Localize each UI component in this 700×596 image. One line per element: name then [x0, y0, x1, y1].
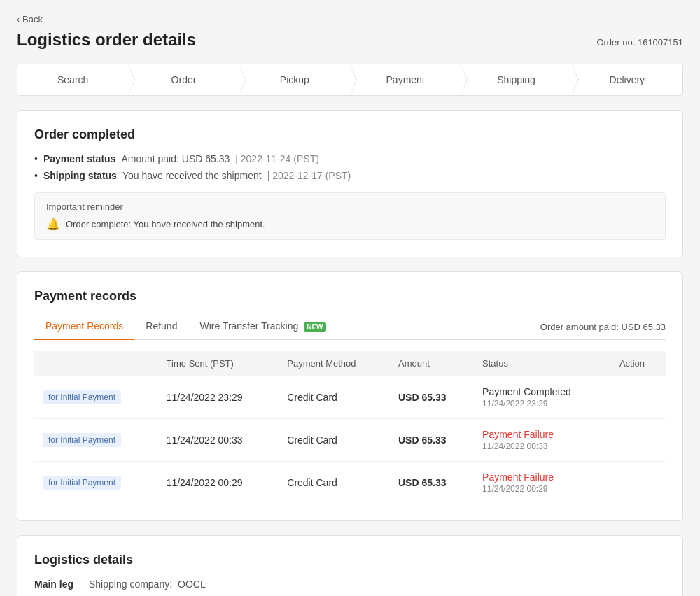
- back-label: Back: [22, 14, 43, 24]
- new-badge: NEW: [304, 322, 326, 332]
- order-amount-paid: Order amount paid: USD 65.33: [540, 322, 666, 332]
- cell-time-0: 11/24/2022 23:29: [158, 376, 279, 419]
- main-leg-shipping-label: Shipping company:: [89, 579, 172, 590]
- shipping-status-value: You have received the shipment: [122, 170, 262, 181]
- tab-refund[interactable]: Refund: [134, 315, 188, 340]
- col-action: Action: [611, 351, 666, 376]
- cell-time-1: 11/24/2022 00:33: [158, 419, 279, 462]
- cell-method-0: Credit Card: [279, 376, 390, 419]
- step-delivery[interactable]: Delivery: [572, 64, 682, 95]
- payment-records-title: Payment records: [34, 289, 666, 304]
- col-tag: [34, 351, 158, 376]
- payment-status-date: | 2022-11-24 (PST): [235, 153, 319, 164]
- reminder-content: 🔔 Order complete: You have received the …: [46, 218, 654, 231]
- cell-method-2: Credit Card: [279, 462, 390, 504]
- status-list: Payment status Amount paid: USD 65.33 | …: [34, 153, 666, 181]
- step-order[interactable]: Order: [128, 64, 239, 95]
- main-leg-label: Main leg: [34, 579, 83, 590]
- tabs-row: Payment Records Refund Wire Transfer Tra…: [34, 315, 666, 340]
- cell-status-2: Payment Failure 11/24/2022 00:29: [474, 462, 611, 504]
- tab-wire-transfer[interactable]: Wire Transfer Tracking NEW: [188, 315, 337, 340]
- page-title: Logistics order details: [17, 30, 196, 50]
- cell-action-0: [611, 376, 666, 419]
- page-wrapper: ‹ Back Logistics order details Order no.…: [0, 0, 700, 596]
- reminder-title: Important reminder: [46, 201, 654, 212]
- status-label-0: Payment Completed: [482, 386, 603, 397]
- payment-tag-1: for Initial Payment: [43, 433, 121, 447]
- payment-table: Time Sent (PST) Payment Method Amount St…: [34, 351, 666, 504]
- step-shipping[interactable]: Shipping: [461, 64, 571, 95]
- status-label-1: Payment Failure: [482, 429, 603, 440]
- cell-amount-2: USD 65.33: [390, 462, 474, 504]
- step-pickup[interactable]: Pickup: [239, 64, 350, 95]
- payment-records-card: Payment records Payment Records Refund W…: [17, 271, 683, 521]
- steps-bar: Search Order Pickup Payment Shipping Del…: [17, 64, 683, 96]
- cell-action-1: [611, 419, 666, 462]
- status-date-1: 11/24/2022 00:33: [482, 441, 603, 451]
- table-row: for Initial Payment 11/24/2022 23:29 Cre…: [34, 376, 666, 419]
- status-date-2: 11/24/2022 00:29: [482, 484, 603, 494]
- reminder-box: Important reminder 🔔 Order complete: You…: [34, 192, 666, 240]
- col-status: Status: [474, 351, 611, 376]
- payment-status-value: Amount paid: USD 65.33: [121, 153, 230, 164]
- shipping-status-label: Shipping status: [43, 170, 117, 181]
- tab-payment-records[interactable]: Payment Records: [34, 315, 134, 340]
- cell-action-2: [611, 462, 666, 504]
- col-time: Time Sent (PST): [158, 351, 279, 376]
- payment-tag-2: for Initial Payment: [43, 476, 121, 490]
- cell-status-1: Payment Failure 11/24/2022 00:33: [474, 419, 611, 462]
- order-number: Order no. 161007151: [596, 37, 683, 48]
- cell-tag-1: for Initial Payment: [34, 419, 158, 462]
- back-arrow-icon: ‹: [17, 15, 20, 24]
- payment-status-item: Payment status Amount paid: USD 65.33 | …: [34, 153, 666, 164]
- reminder-bell-icon: 🔔: [46, 218, 60, 231]
- shipping-status-item: Shipping status You have received the sh…: [34, 170, 666, 181]
- cell-amount-1: USD 65.33: [390, 419, 474, 462]
- main-leg-row: Main leg Shipping company: OOCL: [34, 579, 666, 590]
- cell-amount-0: USD 65.33: [390, 376, 474, 419]
- main-leg-shipping-value: OOCL: [178, 579, 206, 590]
- logistics-details-title: Logistics details: [34, 553, 666, 567]
- back-button[interactable]: ‹ Back: [17, 14, 683, 24]
- reminder-message: Order complete: You have received the sh…: [66, 219, 265, 229]
- payment-tag-0: for Initial Payment: [43, 390, 121, 404]
- cell-tag-2: for Initial Payment: [34, 462, 158, 504]
- cell-status-0: Payment Completed 11/24/2022 23:29: [474, 376, 611, 419]
- step-search[interactable]: Search: [18, 64, 128, 95]
- order-completed-title: Order completed: [34, 127, 666, 142]
- order-completed-card: Order completed Payment status Amount pa…: [17, 110, 683, 257]
- cell-tag-0: for Initial Payment: [34, 376, 158, 419]
- page-title-row: Logistics order details Order no. 161007…: [17, 30, 683, 50]
- table-row: for Initial Payment 11/24/2022 00:29 Cre…: [34, 462, 666, 504]
- table-header-row: Time Sent (PST) Payment Method Amount St…: [34, 351, 666, 376]
- tabs: Payment Records Refund Wire Transfer Tra…: [34, 315, 337, 339]
- col-method: Payment Method: [279, 351, 390, 376]
- step-payment[interactable]: Payment: [350, 64, 461, 95]
- status-date-0: 11/24/2022 23:29: [482, 399, 603, 409]
- cell-method-1: Credit Card: [279, 419, 390, 462]
- shipping-status-date: | 2022-12-17 (PST): [267, 170, 351, 181]
- logistics-details-card: Logistics details Main leg Shipping comp…: [17, 535, 683, 596]
- cell-time-2: 11/24/2022 00:29: [158, 462, 279, 504]
- table-row: for Initial Payment 11/24/2022 00:33 Cre…: [34, 419, 666, 462]
- status-label-2: Payment Failure: [482, 471, 603, 483]
- payment-status-label: Payment status: [43, 153, 115, 164]
- col-amount: Amount: [390, 351, 474, 376]
